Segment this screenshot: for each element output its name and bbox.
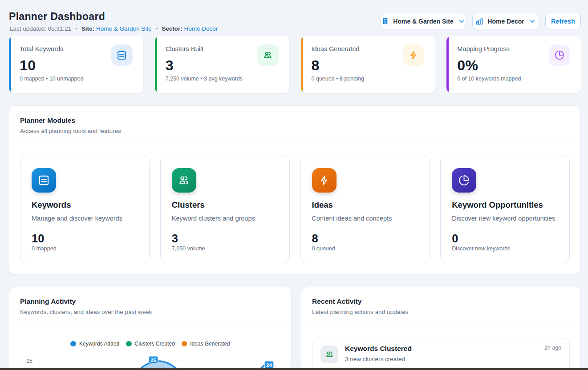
svg-text:24: 24 bbox=[266, 362, 272, 368]
svg-text:25: 25 bbox=[27, 358, 33, 364]
svg-text:25: 25 bbox=[150, 358, 156, 363]
